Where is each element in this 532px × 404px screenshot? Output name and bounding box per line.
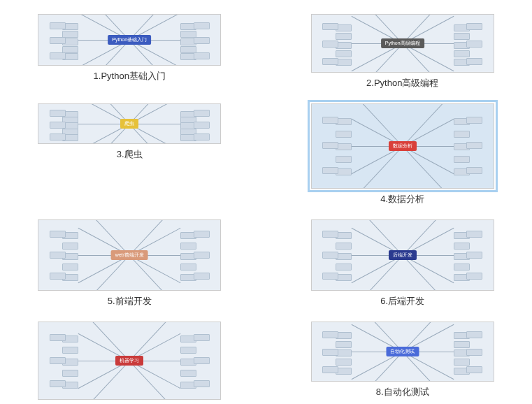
branch-node <box>322 273 338 280</box>
branch-node <box>336 341 352 348</box>
branch-node <box>466 23 482 30</box>
branch-node <box>322 231 338 238</box>
mindmap-thumbnail[interactable]: 自动化测试 <box>311 322 494 382</box>
branch-node <box>50 52 66 59</box>
branch-node <box>336 50 352 57</box>
branch-node <box>454 359 470 366</box>
branch-node <box>322 41 338 48</box>
thumbnail-caption: 2.Python高级编程 <box>366 77 438 89</box>
branch-node <box>50 334 66 341</box>
center-node: 后端开发 <box>389 250 417 260</box>
branch-node <box>194 22 210 29</box>
branch-node <box>194 231 210 238</box>
thumbnail-caption: 8.自动化测试 <box>376 386 429 398</box>
branch-node <box>180 347 196 354</box>
thumbnail-caption: 6.后端开发 <box>380 295 424 308</box>
branch-node <box>336 33 352 40</box>
thumbnail-cell-7[interactable]: 机器学习7.机器学习 <box>14 322 245 404</box>
thumbnail-cell-6[interactable]: 后端开发6.后端开发 <box>287 219 519 308</box>
branch-node <box>50 134 66 140</box>
mindmap-thumbnail[interactable]: 机器学习 <box>38 322 221 400</box>
branch-node <box>466 273 482 280</box>
branch-node <box>466 117 482 124</box>
branch-node <box>466 366 482 373</box>
mindmap-thumbnail[interactable]: Python高级编程 <box>311 14 494 73</box>
branch-node <box>466 349 482 356</box>
branch-node <box>180 264 196 270</box>
branch-node <box>50 380 66 387</box>
center-node: 数据分析 <box>389 141 417 151</box>
branch-node <box>336 131 352 138</box>
branch-node <box>194 380 210 387</box>
branch-node <box>50 22 66 29</box>
branch-node <box>62 370 78 377</box>
branch-node <box>322 331 338 338</box>
branch-node <box>466 331 482 338</box>
branch-node <box>454 341 470 348</box>
branch-node <box>180 243 196 250</box>
branch-node <box>466 252 482 259</box>
branch-node <box>50 273 66 280</box>
branch-node <box>194 134 210 140</box>
branch-node <box>50 231 66 238</box>
branch-node <box>336 264 352 270</box>
branch-node <box>50 110 66 117</box>
branch-node <box>194 52 210 59</box>
mindmap-thumbnail[interactable]: 爬虫 <box>38 103 221 144</box>
branch-node <box>454 33 470 40</box>
branch-node <box>466 142 482 149</box>
branch-node <box>336 243 352 250</box>
branch-node <box>322 167 338 174</box>
branch-node <box>336 156 352 163</box>
branch-node <box>50 37 66 44</box>
thumbnail-cell-2[interactable]: Python高级编程2.Python高级编程 <box>287 14 519 89</box>
center-node: 机器学习 <box>115 356 143 366</box>
center-node: Python高级编程 <box>381 38 424 48</box>
mindmap-thumbnail[interactable]: 后端开发 <box>311 219 494 291</box>
branch-node <box>322 58 338 65</box>
branch-node <box>454 243 470 250</box>
mindmap-thumbnail[interactable]: 数据分析 <box>311 103 494 189</box>
mindmap-thumbnail[interactable]: web前端开发 <box>38 219 221 291</box>
center-node: 自动化测试 <box>386 347 419 356</box>
branch-node <box>62 264 78 270</box>
branch-node <box>50 122 66 129</box>
branch-node <box>322 117 338 124</box>
thumbnail-cell-8[interactable]: 自动化测试8.自动化测试 <box>287 322 519 404</box>
branch-node <box>336 359 352 366</box>
branch-node <box>194 110 210 117</box>
branch-node <box>466 231 482 238</box>
branch-node <box>454 50 470 57</box>
branch-node <box>466 41 482 48</box>
thumbnail-cell-1[interactable]: Python基础入门1.Python基础入门 <box>14 14 245 89</box>
branch-node <box>466 167 482 174</box>
branch-node <box>194 334 210 341</box>
branch-node <box>50 357 66 364</box>
branch-node <box>50 252 66 259</box>
branch-node <box>62 347 78 354</box>
branch-node <box>194 252 210 259</box>
thumbnail-caption: 3.爬虫 <box>117 148 143 161</box>
branch-node <box>466 58 482 65</box>
branch-node <box>322 366 338 373</box>
branch-node <box>194 37 210 44</box>
thumbnail-cell-3[interactable]: 爬虫3.爬虫 <box>14 103 245 205</box>
branch-node <box>322 142 338 149</box>
thumbnail-caption: 4.数据分析 <box>380 193 424 205</box>
branch-node <box>322 252 338 259</box>
mindmap-thumbnail[interactable]: Python基础入门 <box>38 14 221 66</box>
branch-node <box>194 357 210 364</box>
branch-node <box>322 349 338 356</box>
branch-node <box>194 122 210 129</box>
thumbnail-caption: 5.前端开发 <box>108 295 152 308</box>
branch-node <box>454 131 470 138</box>
branch-node <box>62 243 78 250</box>
thumbnail-caption: 1.Python基础入门 <box>94 70 166 82</box>
thumbnail-cell-4[interactable]: 数据分析4.数据分析 <box>287 103 519 205</box>
center-node: Python基础入门 <box>108 35 151 45</box>
thumbnail-cell-5[interactable]: web前端开发5.前端开发 <box>14 219 245 308</box>
branch-node <box>180 370 196 377</box>
branch-node <box>194 273 210 280</box>
center-node: 爬虫 <box>120 119 138 129</box>
center-node: web前端开发 <box>111 250 148 260</box>
